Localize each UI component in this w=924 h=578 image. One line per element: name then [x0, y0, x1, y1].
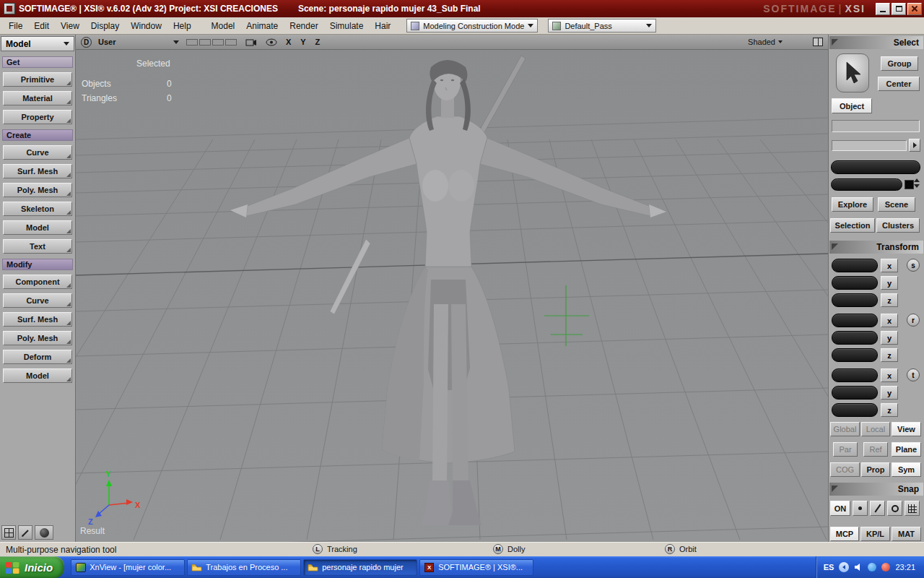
select-tool-button[interactable]: [836, 53, 869, 92]
group-button[interactable]: Group: [881, 56, 918, 71]
axis-filter-toggles[interactable]: X Y Z: [286, 38, 323, 46]
selection-display-field[interactable]: [831, 160, 920, 174]
rotate-mode-button[interactable]: r: [907, 314, 920, 327]
snap-grid-button[interactable]: [905, 501, 920, 516]
maximize-button[interactable]: [892, 3, 906, 15]
minimize-button[interactable]: [876, 3, 890, 15]
prop-button[interactable]: Prop: [861, 462, 890, 477]
hide-icons-chevron[interactable]: [839, 562, 849, 572]
update-tray-icon[interactable]: [868, 563, 876, 571]
translate-x-toggle[interactable]: x: [881, 368, 898, 382]
visibility-options-button[interactable]: [266, 38, 277, 46]
memo-cam-slot[interactable]: [212, 39, 224, 46]
button-create-skeleton[interactable]: Skeleton: [3, 202, 72, 216]
camera-dropdown[interactable]: User: [98, 38, 179, 46]
translate-y-field[interactable]: [832, 386, 878, 400]
snap-midpoint-button[interactable]: [887, 501, 902, 516]
object-button[interactable]: Object: [832, 98, 872, 113]
menu-simulate[interactable]: Simulate: [324, 19, 370, 33]
module-selector-dropdown[interactable]: Model: [1, 36, 74, 51]
menu-model[interactable]: Model: [206, 19, 241, 33]
scale-y-field[interactable]: [832, 276, 878, 290]
plane-mode-button[interactable]: Plane: [892, 442, 921, 457]
scale-mode-button[interactable]: s: [907, 259, 920, 272]
rotate-x-toggle[interactable]: x: [881, 314, 898, 327]
layout-panes-button[interactable]: [1, 525, 16, 540]
menu-edit[interactable]: Edit: [28, 19, 55, 33]
volume-icon[interactable]: [854, 563, 863, 571]
selection-filter-field[interactable]: [832, 140, 907, 151]
button-create-curve[interactable]: Curve: [3, 145, 72, 160]
display-mode-dropdown[interactable]: Shaded: [748, 38, 783, 46]
taskbar-item-personaje[interactable]: personaje rapido mujer: [303, 559, 417, 576]
par-mode-button[interactable]: Par: [833, 442, 858, 457]
section-header-modify[interactable]: Modify: [2, 259, 73, 270]
menu-file[interactable]: File: [3, 19, 28, 33]
local-mode-button[interactable]: Local: [861, 422, 890, 436]
ref-mode-button[interactable]: Ref: [863, 442, 888, 457]
close-button[interactable]: [907, 3, 922, 15]
scale-y-toggle[interactable]: y: [881, 276, 898, 290]
translate-mode-button[interactable]: t: [907, 368, 920, 381]
translate-z-toggle[interactable]: z: [881, 403, 898, 417]
button-modify-curve[interactable]: Curve: [3, 293, 72, 308]
pen-tool-button[interactable]: [18, 525, 32, 540]
explore-button[interactable]: Explore: [832, 197, 873, 212]
clock[interactable]: 23:21: [895, 563, 915, 571]
section-header-get[interactable]: Get: [2, 56, 73, 68]
messenger-tray-icon[interactable]: [881, 563, 890, 571]
button-get-primitive[interactable]: Primitive: [3, 72, 72, 87]
memo-cam-slot[interactable]: [225, 39, 237, 46]
rotate-z-toggle[interactable]: z: [881, 348, 898, 362]
rotate-x-field[interactable]: [832, 314, 878, 327]
button-create-model[interactable]: Model: [3, 220, 72, 235]
transform-section-header[interactable]: Transform: [829, 241, 923, 254]
snap-point-button[interactable]: [853, 501, 868, 516]
button-modify-deform[interactable]: Deform: [3, 350, 72, 364]
scene-button[interactable]: Scene: [878, 197, 915, 212]
section-header-create[interactable]: Create: [2, 129, 73, 141]
taskbar-item-xsi[interactable]: X SOFTIMAGE® | XSI®...: [419, 559, 533, 576]
scale-z-toggle[interactable]: z: [881, 293, 898, 307]
pass-dropdown[interactable]: Default_Pass: [548, 19, 656, 33]
spinner-arrows[interactable]: [914, 178, 920, 188]
menu-render[interactable]: Render: [284, 19, 323, 33]
menu-display[interactable]: Display: [85, 19, 125, 33]
snap-curve-button[interactable]: [870, 501, 885, 516]
menu-animate[interactable]: Animate: [240, 19, 284, 33]
tab-kpl[interactable]: KP/L: [860, 527, 890, 541]
selection-text-field[interactable]: [832, 120, 920, 132]
language-indicator[interactable]: ES: [824, 563, 834, 571]
scale-z-field[interactable]: [832, 293, 878, 307]
selection-sub-field[interactable]: [831, 178, 902, 191]
viewport-letter-button[interactable]: D: [81, 37, 92, 48]
tab-mat[interactable]: MAT: [892, 527, 921, 541]
snap-on-button[interactable]: ON: [830, 501, 850, 516]
rotate-y-field[interactable]: [832, 331, 878, 345]
button-modify-model[interactable]: Model: [3, 368, 72, 383]
camera-icon-button[interactable]: [245, 38, 257, 46]
rotate-y-toggle[interactable]: y: [881, 331, 898, 345]
translate-z-field[interactable]: [832, 403, 878, 417]
rotate-z-field[interactable]: [832, 348, 878, 362]
selection-button[interactable]: Selection: [830, 218, 875, 233]
taskbar-item-xnview[interactable]: XnView - [mujer color...: [71, 559, 185, 576]
viewport-layout-icon[interactable]: [813, 38, 823, 46]
start-button[interactable]: Inicio: [0, 556, 64, 578]
button-modify-component[interactable]: Component: [3, 275, 72, 289]
button-get-property[interactable]: Property: [3, 110, 72, 124]
global-mode-button[interactable]: Global: [830, 422, 860, 436]
construction-mode-dropdown[interactable]: Modeling Construction Mode: [406, 19, 538, 33]
cog-button[interactable]: COG: [830, 462, 860, 477]
snap-section-header[interactable]: Snap: [829, 483, 923, 496]
memo-cam-slot[interactable]: [199, 39, 211, 46]
spinner-box[interactable]: [905, 180, 914, 189]
menu-hair[interactable]: Hair: [369, 19, 396, 33]
button-create-text[interactable]: Text: [3, 239, 72, 254]
scale-x-toggle[interactable]: x: [881, 259, 898, 272]
button-modify-poly-mesh[interactable]: Poly. Mesh: [3, 331, 72, 345]
view-mode-button[interactable]: View: [892, 422, 921, 436]
taskbar-item-trabajos[interactable]: Trabajos en Proceso ...: [187, 559, 301, 576]
memo-cam-slot[interactable]: [186, 39, 198, 46]
translate-y-toggle[interactable]: y: [881, 386, 898, 400]
